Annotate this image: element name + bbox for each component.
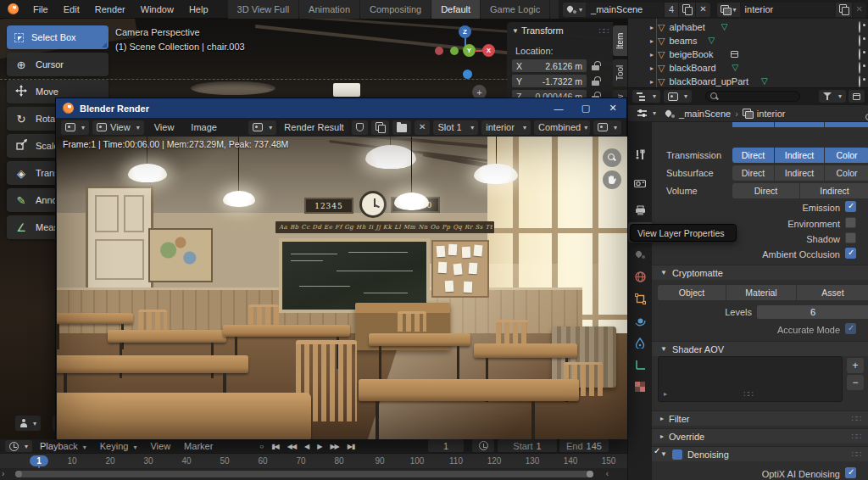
new-collection-button[interactable] — [849, 90, 865, 103]
menu-render[interactable]: Render — [87, 4, 133, 14]
visibility-eye-icon[interactable] — [859, 48, 860, 60]
subsurface-color-button[interactable]: Color — [825, 165, 868, 181]
aov-remove-button[interactable]: − — [847, 375, 864, 390]
zoom-button[interactable] — [603, 148, 621, 167]
outliner-search-input[interactable] — [705, 91, 800, 102]
autokeying-clock-button[interactable] — [472, 439, 494, 452]
sidebar-tab-tool[interactable]: Tool — [613, 59, 627, 87]
tab-physics[interactable] — [628, 310, 652, 331]
visibility-eye-icon[interactable] — [859, 75, 860, 87]
image-name-field[interactable]: Render Result — [280, 120, 348, 135]
scrollbar-handle-right[interactable] — [587, 471, 593, 477]
location-x-field[interactable]: X 2.6126 m — [512, 59, 587, 72]
gizmo-view-dot[interactable] — [463, 70, 472, 79]
outliner-item-beams[interactable]: ▸ ▽ beams ▽ — [628, 34, 868, 47]
outliner-item-beigebook[interactable]: ▸ ▽ beigeBook — [628, 47, 868, 61]
menu-marker[interactable]: Marker — [178, 441, 219, 451]
tool-cursor[interactable]: ⊕ Cursor — [7, 53, 108, 76]
viewlayer-name-field[interactable]: interior — [740, 3, 835, 17]
outliner-item-blackboard-uppart[interactable]: ▸ ▽ blackBoard_upPart ▽ — [628, 75, 868, 87]
playhead-badge[interactable]: 1 — [30, 455, 48, 466]
drag-grip-icon[interactable]: ∷∷ — [598, 26, 608, 36]
unlink-image-button[interactable]: ✕ — [415, 120, 430, 135]
tab-object-data[interactable] — [628, 354, 652, 375]
pass-button-partial[interactable] — [825, 122, 868, 127]
outliner-filter-button[interactable]: ▾ — [819, 90, 846, 103]
pass-dropdown[interactable]: Combined▾ — [534, 120, 590, 135]
visibility-eye-icon[interactable] — [859, 35, 860, 47]
gizmo-y-neg[interactable] — [450, 47, 459, 55]
scene-name-field[interactable]: _mainScene — [586, 3, 664, 17]
slot-dropdown[interactable]: Slot 1▾ — [433, 120, 478, 135]
cryptomatte-object-button[interactable]: Object — [658, 285, 726, 300]
viewlayer-selector-button[interactable]: ▾ — [717, 3, 740, 17]
expand-icon[interactable]: ▸ — [650, 51, 654, 59]
volume-direct-button[interactable]: Direct — [732, 183, 799, 198]
timeline-editor-type-button[interactable]: ▾ — [5, 440, 32, 452]
transmission-color-button[interactable]: Color — [825, 148, 868, 163]
gizmo-x-axis[interactable]: X — [482, 44, 495, 57]
expand-icon[interactable]: ▸ — [650, 78, 654, 86]
subsurface-direct-button[interactable]: Direct — [732, 165, 774, 181]
menu-view[interactable]: View — [144, 441, 176, 451]
view-mode-dropdown[interactable]: View▾ — [92, 120, 144, 135]
viewport-editor-type-button[interactable]: ▾ — [15, 416, 41, 431]
outliner-item-blackboard[interactable]: ▸ ▽ blackBoard ▽ — [628, 61, 868, 75]
sidebar-tab-item[interactable]: Item — [613, 25, 627, 56]
workspace-tab-default[interactable]: Default — [431, 0, 480, 19]
menu-help[interactable]: Help — [181, 4, 216, 14]
environment-checkbox[interactable] — [845, 217, 856, 228]
gizmo-z-axis[interactable]: Z — [459, 25, 471, 38]
tab-render[interactable] — [628, 173, 652, 193]
drag-grip-icon[interactable]: ∷∷ — [851, 449, 860, 459]
timeline-ruler[interactable]: 10 20 30 40 50 60 70 80 90 100 110 120 1… — [0, 453, 627, 468]
start-frame-field[interactable]: Start 1 — [498, 439, 557, 452]
layer-dropdown[interactable]: interior▾ — [481, 120, 531, 135]
expand-chevron-icon[interactable]: › — [2, 469, 4, 478]
workspace-tab-3d-view-full[interactable]: 3D View Full — [228, 0, 299, 19]
display-channels-button[interactable]: ▾ — [593, 120, 621, 135]
workspace-tab-game-logic[interactable]: Game Logic — [481, 0, 549, 19]
menu-playback[interactable]: Playback ▾ — [34, 441, 92, 451]
play-reverse-button[interactable]: ◀ — [301, 443, 312, 450]
menu-image[interactable]: Image — [184, 122, 224, 132]
fake-user-button[interactable] — [352, 120, 368, 135]
outliner-editor-type-button[interactable]: ▾ — [632, 90, 660, 103]
drag-grip-icon[interactable]: ∷∷ — [743, 389, 753, 399]
denoising-section-header[interactable]: ▼ Denoising ∷∷ — [652, 446, 868, 461]
breadcrumb-scene[interactable]: _mainScene — [679, 109, 731, 119]
menu-edit[interactable]: Edit — [56, 4, 87, 14]
pass-button-partial[interactable] — [775, 122, 824, 127]
tab-output[interactable] — [628, 200, 652, 220]
timeline-scrollbar[interactable] — [15, 471, 593, 477]
tab-world[interactable] — [628, 266, 652, 287]
close-button[interactable]: ✕ — [599, 98, 626, 118]
drag-grip-icon[interactable]: ∷∷ — [851, 414, 860, 423]
tab-texture[interactable] — [628, 377, 652, 397]
workspace-tab-compositing[interactable]: Compositing — [360, 0, 431, 19]
volume-indirect-button[interactable]: Indirect — [800, 183, 868, 198]
breadcrumb-layer[interactable]: interior — [757, 109, 786, 119]
end-frame-field[interactable]: End 145 — [559, 439, 609, 452]
jump-to-start-button[interactable]: ▮◀ — [268, 443, 282, 450]
viewlayer-remove-button[interactable]: ✕ — [853, 3, 866, 17]
prev-keyframe-button[interactable]: ◀◀ — [284, 443, 299, 450]
menu-file[interactable]: File — [25, 4, 56, 14]
outliner-display-mode-button[interactable]: ▾ — [664, 90, 692, 103]
tab-tool[interactable] — [628, 144, 652, 165]
filter-section-header[interactable]: ▸ Filter ∷∷ — [652, 410, 868, 426]
levels-field[interactable]: 6 — [757, 305, 868, 319]
visibility-eye-icon[interactable] — [859, 21, 860, 33]
jump-to-end-button[interactable]: ▶▮ — [344, 443, 359, 450]
next-keyframe-button[interactable]: ▶▶ — [326, 443, 342, 450]
current-frame-field[interactable]: 1 — [428, 439, 464, 452]
maximize-button[interactable]: ▢ — [572, 98, 599, 118]
tab-fluid[interactable] — [628, 332, 652, 353]
lock-icon[interactable] — [592, 61, 599, 70]
transmission-indirect-button[interactable]: Indirect — [775, 148, 824, 163]
gizmo-y-axis[interactable]: Y — [463, 44, 476, 57]
override-section-header[interactable]: ▸ Override ∷∷ — [652, 428, 868, 444]
viewlayer-copy-button[interactable] — [836, 3, 852, 17]
menu-keying[interactable]: Keying ▾ — [94, 441, 143, 451]
aov-add-button[interactable]: + — [847, 358, 864, 373]
